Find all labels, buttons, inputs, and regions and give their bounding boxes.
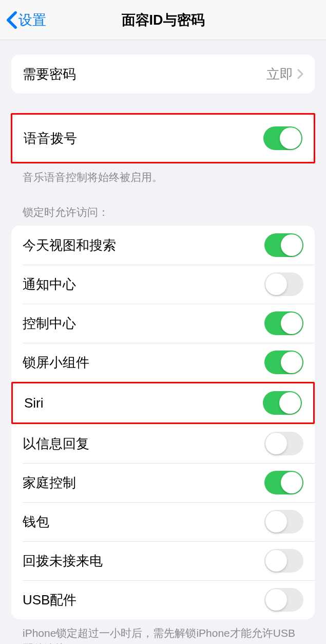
lock-access-label: 锁屏小组件	[23, 354, 89, 372]
require-passcode-label: 需要密码	[23, 65, 76, 83]
lock-access-label: USB配件	[23, 591, 76, 609]
back-button[interactable]: 设置	[6, 11, 46, 29]
voice-dial-row: 语音拨号	[12, 115, 314, 162]
toggle-knob	[265, 511, 287, 532]
lock-access-row: 今天视图和搜索	[11, 226, 315, 265]
content-area: 需要密码 立即 语音拨号 音乐语音控制将始终被启用。 锁定时允许访问： 今天视图…	[0, 40, 326, 644]
toggle-knob	[281, 472, 302, 493]
page-title: 面容ID与密码	[122, 11, 205, 29]
toggle-knob	[281, 352, 302, 373]
lock-access-toggle[interactable]	[264, 510, 303, 533]
lock-access-toggle[interactable]	[264, 311, 303, 335]
voice-dial-highlight: 语音拨号	[11, 113, 315, 163]
lock-access-toggle[interactable]	[264, 351, 303, 374]
chevron-right-icon	[297, 69, 303, 79]
toggle-knob	[280, 127, 301, 149]
lock-access-label: 回拨未接来电	[23, 552, 103, 570]
lock-access-toggle[interactable]	[264, 272, 303, 296]
lock-access-header: 锁定时允许访问：	[11, 205, 315, 226]
lock-access-group: 今天视图和搜索通知中心控制中心锁屏小组件Siri以信息回复家庭控制钱包回拨未接来…	[11, 226, 315, 619]
lock-access-row: 锁屏小组件	[11, 343, 315, 382]
lock-access-label: Siri	[24, 395, 44, 411]
toggle-knob	[281, 234, 302, 256]
lock-access-row: 钱包	[11, 502, 315, 541]
lock-access-row: 通知中心	[11, 265, 315, 304]
require-passcode-value-wrap: 立即	[266, 65, 303, 83]
lock-access-toggle[interactable]	[264, 471, 303, 494]
siri-highlight: Siri	[11, 382, 315, 424]
lock-access-label: 控制中心	[23, 315, 76, 333]
lock-access-label: 通知中心	[23, 275, 76, 293]
lock-access-toggle[interactable]	[264, 549, 303, 573]
toggle-knob	[265, 273, 287, 295]
navigation-bar: 设置 面容ID与密码	[0, 0, 326, 40]
voice-dial-footer: 音乐语音控制将始终被启用。	[11, 163, 315, 185]
toggle-knob	[265, 433, 287, 454]
lock-access-label: 今天视图和搜索	[23, 236, 116, 254]
lock-access-toggle[interactable]	[264, 432, 303, 455]
require-passcode-value: 立即	[266, 65, 293, 83]
lock-access-row: Siri	[13, 383, 313, 422]
back-label: 设置	[18, 11, 46, 29]
lock-access-row: 控制中心	[11, 304, 315, 343]
voice-dial-label: 语音拨号	[24, 130, 77, 148]
lock-access-label: 钱包	[23, 513, 49, 531]
voice-dial-toggle[interactable]	[263, 126, 302, 150]
toggle-knob	[265, 589, 287, 611]
lock-access-row: 以信息回复	[11, 424, 315, 463]
lock-access-row: 家庭控制	[11, 463, 315, 502]
chevron-left-icon	[6, 11, 17, 29]
toggle-knob	[279, 392, 301, 414]
toggle-knob	[281, 312, 302, 334]
lock-access-row: USB配件	[11, 580, 315, 619]
lock-access-footer: iPhone锁定超过一小时后，需先解锁iPhone才能允许USB配件连接。	[11, 619, 315, 644]
lock-access-toggle[interactable]	[264, 588, 303, 612]
voice-dial-group: 语音拨号	[12, 115, 314, 162]
passcode-group: 需要密码 立即	[11, 54, 315, 94]
toggle-knob	[265, 550, 287, 572]
lock-access-toggle[interactable]	[264, 233, 303, 257]
lock-access-toggle[interactable]	[263, 391, 302, 415]
lock-access-label: 家庭控制	[23, 474, 76, 492]
lock-access-label: 以信息回复	[23, 435, 89, 453]
require-passcode-row[interactable]: 需要密码 立即	[11, 54, 315, 94]
lock-access-row: 回拨未接来电	[11, 541, 315, 580]
